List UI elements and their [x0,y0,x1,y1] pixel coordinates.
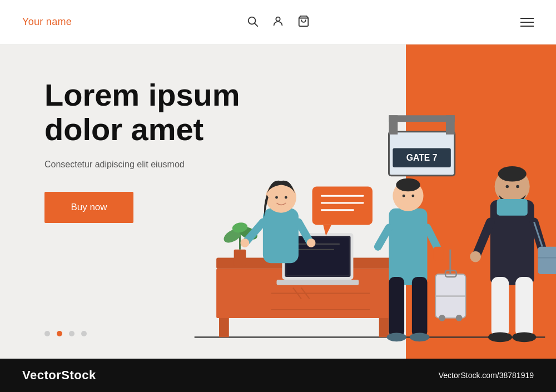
main-content: Lorem ipsum dolor amet Consectetur adipi… [0,44,556,359]
dot-1[interactable] [44,331,50,336]
user-icon[interactable] [272,15,284,29]
hero-title: Lorem ipsum dolor amet [44,78,361,146]
svg-point-2 [276,17,280,21]
footer: VectorStock VectorStock.com/38781919 [0,359,556,392]
buy-now-button[interactable]: Buy now [44,192,133,223]
cart-icon[interactable] [297,15,310,29]
brand-name[interactable]: Your name [22,16,72,28]
hero-subtitle: Consectetur adipiscing elit eiusmod [44,160,361,170]
header-left: Your name [22,16,72,28]
header: Your name [0,0,556,44]
footer-brand: VectorStock [22,368,96,383]
svg-line-1 [255,23,257,26]
right-panel [406,44,556,359]
header-center [246,15,310,29]
header-right [520,18,534,27]
left-panel: Lorem ipsum dolor amet Consectetur adipi… [0,44,406,359]
carousel-dots [44,331,87,336]
footer-url: VectorStock.com/38781919 [439,371,534,380]
hamburger-icon[interactable] [520,18,534,27]
dot-3[interactable] [69,331,75,336]
search-icon[interactable] [246,15,259,29]
dot-4[interactable] [81,331,87,336]
dot-2[interactable] [57,331,62,336]
